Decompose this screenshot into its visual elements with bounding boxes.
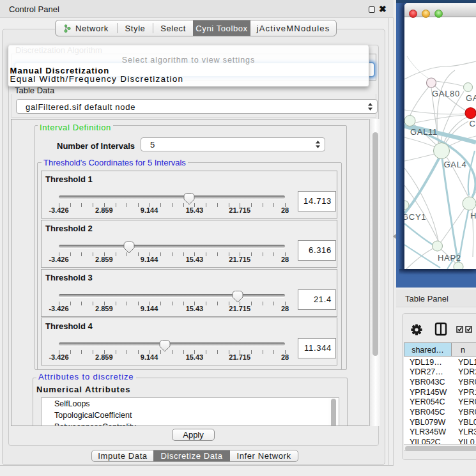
svg-text:GA: GA — [466, 93, 476, 103]
svg-text:GCY1: GCY1 — [404, 212, 426, 222]
svg-text:GAL80: GAL80 — [432, 89, 460, 98]
svg-text:HAP2: HAP2 — [438, 253, 461, 263]
svg-text:HA: HA — [470, 211, 476, 220]
svg-text:C: C — [470, 119, 476, 128]
svg-text:GAL4: GAL4 — [444, 160, 467, 169]
svg-text:GAL11: GAL11 — [410, 127, 438, 137]
